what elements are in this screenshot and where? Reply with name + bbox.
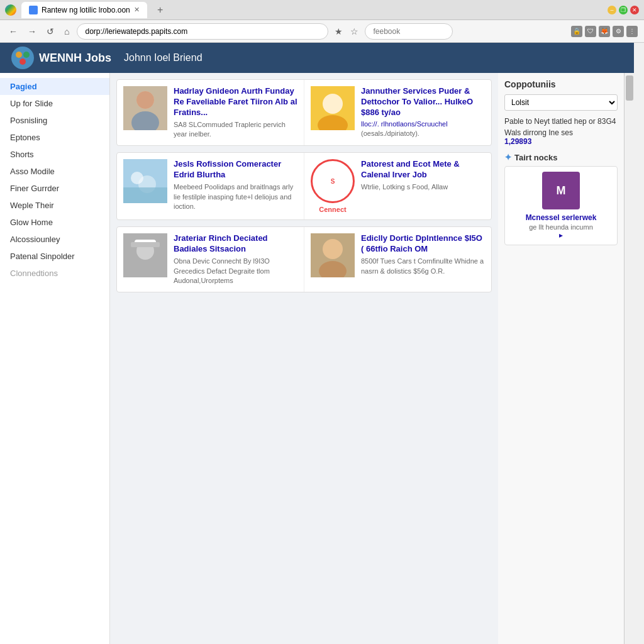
refresh-button[interactable]: ↺ xyxy=(44,25,57,38)
feed-title-1-0[interactable]: Jesls Rofission Comeracter Edrid Blurtha xyxy=(174,159,297,180)
browser-tab[interactable]: Rantew ng lotilic lrobo.oon ✕ xyxy=(21,2,147,18)
sidebar-section-label[interactable]: Pagied xyxy=(0,78,109,95)
feed-card-0: Hadrlay Gnideon Aurth Funday Re Faveliab… xyxy=(116,79,492,146)
sidebar-item-3[interactable]: Shorts xyxy=(0,146,109,163)
ext-icon-3[interactable]: 🦊 xyxy=(599,26,610,37)
feed-item-2-0[interactable]: Jrateriar Rinch Deciated Badiales Sitsac… xyxy=(117,227,304,292)
feed-item-2-1[interactable]: Ediclly Dortic Dplntlennce $I5O ( 66tfio… xyxy=(304,227,491,292)
ext-icon-menu[interactable]: ⋮ xyxy=(626,26,638,37)
ext-icon-2[interactable]: 🛡 xyxy=(585,26,596,37)
tab-title: Rantew ng lotilic lrobo.oon xyxy=(42,6,130,14)
feed-text-0-0: Hadrlay Gnideon Aurth Funday Re Faveliab… xyxy=(174,86,297,139)
sidebar-item-10: Clonnedtions xyxy=(0,265,109,282)
feed-title-2-1[interactable]: Ediclly Dortic Dplntlennce $I5O ( 66tfio… xyxy=(361,233,485,255)
feed-card-2: Jrateriar Rinch Deciated Badiales Sitsac… xyxy=(116,226,492,292)
feed-desc-0-0: SA8 SLCommuded Trapleric pervich year in… xyxy=(174,120,297,140)
feed-text-0-1: Jannuther Services Puder & Dettochor To … xyxy=(361,86,485,139)
feed: Hadrlay Gnideon Aurth Funday Re Faveliab… xyxy=(110,73,498,644)
back-button[interactable]: ← xyxy=(6,25,20,38)
tab-close-button[interactable]: ✕ xyxy=(134,6,140,14)
address-input[interactable] xyxy=(77,23,328,40)
scrollbar-track[interactable] xyxy=(624,73,634,644)
feed-desc-2-0: Obna Devic Connecht By l9I3O Grecedics D… xyxy=(174,257,297,286)
sidebar-item-5[interactable]: Finer Gurrder xyxy=(0,180,109,197)
promo-desc: ge llt heunda incumn xyxy=(510,223,612,231)
feed-item-1-0[interactable]: Jesls Rofission Comeracter Edrid Blurtha… xyxy=(117,153,304,219)
sidebar-item-2[interactable]: Eptones xyxy=(0,129,109,146)
main-content: Pagied Up for Slide Posnisling Eptones S… xyxy=(0,73,634,644)
new-tab-button[interactable]: + xyxy=(152,2,169,18)
window-controls: – ❐ ✕ xyxy=(608,6,639,14)
feed-thumb-0-0 xyxy=(123,86,167,130)
browser-titlebar: Rantew ng lotilic lrobo.oon ✕ + – ❐ ✕ xyxy=(0,0,644,20)
bookmark-icon[interactable]: ☆ xyxy=(349,25,360,38)
feed-link-0-1[interactable]: lloc://. rlhnotlaons/Scruuchel xyxy=(361,120,485,128)
sidebar-item-6[interactable]: Weple Their xyxy=(0,197,109,214)
feed-thumb-0-1 xyxy=(311,86,355,130)
feed-title-1-1[interactable]: Patorest and Ecot Mete & Calenal Irver J… xyxy=(361,159,485,180)
feed-row-2: Jrateriar Rinch Deciated Badiales Sitsac… xyxy=(117,227,491,292)
promo-box[interactable]: M Mcnessel serlerwek ge llt heunda incum… xyxy=(504,166,618,245)
feed-item-1-1[interactable]: S Cennect Patorest and Ecot Mete & Calen… xyxy=(304,153,491,219)
tab-favicon xyxy=(29,6,38,14)
feed-subtitle-1-1: Wtrlie, Lotking s Food, Allaw xyxy=(361,182,485,192)
right-stat-1: Pable to Neyt tlatled hep or 83G4 xyxy=(504,117,618,126)
home-button[interactable]: ⌂ xyxy=(62,25,72,38)
feed-desc-1-0: Meebeed Poolidaps and braitlnags arly li… xyxy=(174,182,297,211)
right-stat-2: Wals dirrong Ine ses 1,29893 xyxy=(504,128,618,146)
promo-logo: M xyxy=(542,172,580,209)
maximize-button[interactable]: ❐ xyxy=(619,6,628,14)
feed-row-1: Jesls Rofission Comeracter Edrid Blurtha… xyxy=(117,153,491,219)
search-input[interactable] xyxy=(365,23,453,40)
svg-rect-14 xyxy=(123,187,167,203)
connect-label[interactable]: Cennect xyxy=(319,206,346,213)
sidebar: Pagied Up for Slide Posnisling Eptones S… xyxy=(0,73,110,644)
svg-point-2 xyxy=(23,52,30,58)
svg-point-7 xyxy=(136,91,154,109)
logo-text: WENNH Jobs xyxy=(39,52,111,65)
right-stat-2-value: 1,29893 xyxy=(504,137,531,146)
svg-point-0 xyxy=(11,47,34,69)
scrollbar-thumb[interactable] xyxy=(626,75,633,101)
feed-thumb-2-0 xyxy=(123,233,167,277)
forward-button[interactable]: → xyxy=(25,25,39,38)
feed-thumb-1-1: S xyxy=(311,159,355,203)
feed-connect-area: S Cennect xyxy=(311,159,355,213)
feed-item-0-1[interactable]: Jannuther Services Puder & Dettochor To … xyxy=(304,80,491,145)
logo-svg xyxy=(10,45,35,70)
feed-thumb-2-1 xyxy=(311,233,355,277)
extension-icons: 🔒 🛡 🦊 ⚙ ⋮ xyxy=(571,26,638,37)
minimize-button[interactable]: – xyxy=(608,6,616,14)
feed-item-0-0[interactable]: Hadrlay Gnideon Aurth Funday Re Faveliab… xyxy=(117,80,304,145)
sidebar-item-0[interactable]: Up for Slide xyxy=(0,95,109,112)
feed-thumb-1-0 xyxy=(123,159,167,203)
promo-name[interactable]: Mcnessel serlerwek xyxy=(510,213,612,222)
logo-area: WENNH Jobs xyxy=(10,45,111,70)
sidebar-item-9[interactable]: Patenal Sinpolder xyxy=(0,248,109,265)
sidebar-item-8[interactable]: Alcossiounley xyxy=(0,231,109,248)
feed-text-2-1: Ediclly Dortic Dplntlennce $I5O ( 66tfio… xyxy=(361,233,485,286)
feed-row-0: Hadrlay Gnideon Aurth Funday Re Faveliab… xyxy=(117,80,491,145)
bookmark-star-icon[interactable]: ★ xyxy=(333,25,344,38)
feed-card-1: Jesls Rofission Comeracter Edrid Blurtha… xyxy=(116,152,492,220)
svg-rect-18 xyxy=(131,242,160,247)
svg-point-9 xyxy=(323,94,343,114)
right-stat-2-label: Wals dirrong Ine ses xyxy=(504,128,573,137)
right-section-title: Coppotuniis xyxy=(504,79,618,89)
feed-desc-0-1: (oesals./dpiriatoty). xyxy=(361,129,485,138)
right-dropdown[interactable]: Lolsit xyxy=(504,94,618,111)
sidebar-item-4[interactable]: Asso Modile xyxy=(0,163,109,180)
right-subsection: ✦ Tairt nocks M Mcnessel serlerwek ge ll… xyxy=(504,152,618,245)
browser-icon xyxy=(5,4,16,16)
feed-desc-2-1: 8500f Tues Cars t Cornfinullte Whidne a … xyxy=(361,257,485,276)
feed-title-2-0[interactable]: Jrateriar Rinch Deciated Badiales Sitsac… xyxy=(174,233,297,255)
sidebar-item-7[interactable]: Glow Home xyxy=(0,214,109,231)
feed-title-0-1[interactable]: Jannuther Services Puder & Dettochor To … xyxy=(361,86,485,118)
more-arrow[interactable]: ▸ xyxy=(510,231,612,240)
ext-icon-4[interactable]: ⚙ xyxy=(613,26,624,37)
ext-icon-1[interactable]: 🔒 xyxy=(571,26,582,37)
feed-title-0-0[interactable]: Hadrlay Gnideon Aurth Funday Re Faveliab… xyxy=(174,86,297,118)
right-panel: Coppotuniis Lolsit Pable to Neyt tlatled… xyxy=(498,73,624,644)
sidebar-item-1[interactable]: Posnisling xyxy=(0,112,109,129)
close-button[interactable]: ✕ xyxy=(630,6,639,14)
